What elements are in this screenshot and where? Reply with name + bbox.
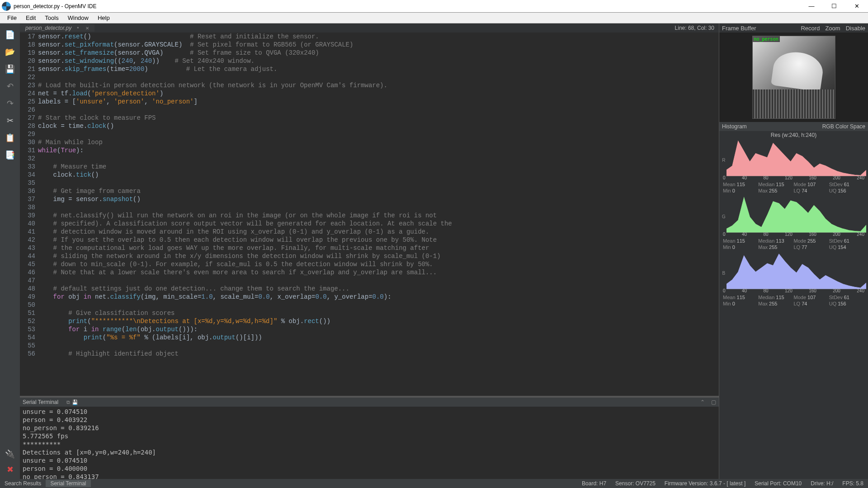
histogram-channel-label: B [721,271,726,289]
new-file-icon[interactable]: 📄 [4,29,16,41]
framebuffer-label: no_person [753,36,780,42]
serial-terminal-title: Serial Terminal [23,399,58,405]
undo-icon[interactable]: ↶ [4,80,16,92]
framebuffer-image[interactable]: no_person [719,33,868,122]
terminal-copy-icon[interactable]: ⧉ [66,399,70,405]
histogram-title: Histogram [722,123,747,130]
histogram-chart [726,139,866,176]
save-file-icon[interactable]: 💾 [4,63,16,75]
code-area[interactable]: sensor.reset() # Reset and initialize th… [38,33,719,396]
framebuffer-zoom[interactable]: Zoom [825,25,840,32]
framebuffer-record[interactable]: Record [801,25,820,32]
bottom-tab-serial[interactable]: Serial Terminal [46,480,90,487]
menu-help[interactable]: Help [93,14,114,22]
histogram-stats: Mean115Median113Mode255StDev61Min0Max255… [721,237,866,251]
status-port[interactable]: Serial Port: COM10 [750,480,806,487]
histogram-channel-label: G [721,214,726,233]
histogram-r: R04080120160200240Mean115Median115Mode10… [719,139,868,196]
maximize-button[interactable]: ☐ [828,2,840,11]
minimize-button[interactable]: — [806,2,817,11]
framebuffer-disable[interactable]: Disable [846,25,865,32]
terminal-collapse-icon[interactable]: ⌃ [700,399,705,405]
status-board[interactable]: Board: H7 [577,480,611,487]
serial-terminal-output[interactable]: unsure = 0.074510 person = 0.403922 no_p… [20,407,719,479]
right-panel: Frame Buffer Record Zoom Disable no_pers… [719,23,868,479]
connect-icon[interactable]: 🔌 [4,448,16,460]
histogram-g: G04080120160200240Mean115Median113Mode25… [719,196,868,252]
menu-file[interactable]: File [3,14,21,22]
terminal-save-icon[interactable]: 💾 [72,399,78,405]
bottom-tab-search[interactable]: Search Results [0,480,46,487]
status-firmware[interactable]: Firmware Version: 3.6.7 - [ latest ] [660,480,750,487]
svg-marker-2 [726,197,866,233]
window-title: person_detector.py - OpenMV IDE [14,3,806,9]
histogram-colorspace[interactable]: RGB Color Space [822,123,865,130]
app-icon [2,2,11,11]
redo-icon[interactable]: ↷ [4,98,16,109]
histogram-resolution: Res (w:240, h:240) [719,131,868,139]
svg-marker-4 [726,254,866,289]
cut-icon[interactable]: ✂ [4,115,16,127]
tab-close-icon[interactable]: ✕ [85,26,90,31]
paste-icon[interactable]: 📑 [4,149,16,161]
terminal-close-icon[interactable]: ▢ [711,399,716,405]
bottom-panel: Serial Terminal ⧉ 💾 ⌃ ▢ unsure = 0.07451… [20,398,719,479]
histogram-chart [726,252,866,289]
histogram-channel-label: R [721,158,726,176]
line-gutter: 17 18 19 20 21 22 23 24 25 26 27 28 29 3… [20,33,38,396]
histogram-stats: Mean115Median115Mode107StDev61Min0Max255… [721,180,866,195]
histogram-b: B04080120160200240Mean115Median115Mode10… [719,252,868,309]
window-controls: — ☐ ✕ [806,2,863,11]
close-button[interactable]: ✕ [851,2,863,11]
toolbar-left: 📄 📂 💾 ↶ ↷ ✂ 📋 📑 🔌 ✖ [0,23,20,479]
histogram-chart [726,196,866,233]
editor-tabbar: person_detector.py • ✕ Line: 68, Col: 30 [20,23,719,33]
code-editor[interactable]: 17 18 19 20 21 22 23 24 25 26 27 28 29 3… [20,33,719,396]
stop-icon[interactable]: ✖ [4,464,16,475]
histogram-stats: Mean115Median115Mode107StDev61Min0Max255… [721,293,866,308]
copy-icon[interactable]: 📋 [4,132,16,144]
status-sensor[interactable]: Sensor: OV7725 [611,480,660,487]
menu-edit[interactable]: Edit [21,14,40,22]
menubar: File Edit Tools Window Help [0,13,868,23]
statusbar: Search Results Serial Terminal Board: H7… [0,479,868,488]
tab-file[interactable]: person_detector.py • ✕ [20,24,94,32]
open-file-icon[interactable]: 📂 [4,46,16,58]
status-fps: FPS: 5.8 [838,480,868,487]
menu-window[interactable]: Window [63,14,93,22]
tab-filename: person_detector.py [25,25,71,31]
status-drive[interactable]: Drive: H:/ [806,480,838,487]
histogram-container: R04080120160200240Mean115Median115Mode10… [719,139,868,309]
cursor-position: Line: 68, Col: 30 [94,25,719,31]
svg-marker-0 [726,141,866,176]
framebuffer-title: Frame Buffer [722,25,756,32]
titlebar: person_detector.py - OpenMV IDE — ☐ ✕ [0,0,868,13]
framebuffer-content [771,49,825,92]
menu-tools[interactable]: Tools [40,14,63,22]
